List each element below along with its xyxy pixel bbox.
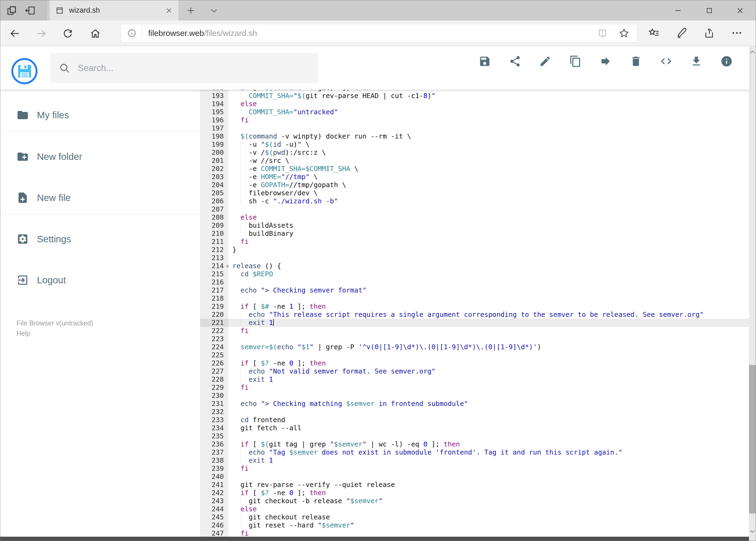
app-logo[interactable]	[11, 58, 38, 84]
new-tab-button[interactable]	[183, 2, 199, 19]
code-line[interactable]: 247 fi	[200, 529, 750, 537]
code-line[interactable]: 229 fi	[200, 383, 750, 392]
code-line[interactable]: 214▾release () {	[200, 262, 750, 270]
window-maximize-button[interactable]	[697, 0, 722, 21]
code-line[interactable]: 200 -v /$(pwd):/src:z \	[200, 149, 750, 157]
code-line[interactable]: 195 COMMIT_SHA="untracked"	[200, 108, 750, 116]
code-line[interactable]: 206 sh -c "./wizard.sh -b"	[200, 197, 750, 205]
tab-preview-button[interactable]	[6, 5, 18, 16]
code-line[interactable]: 223	[200, 335, 750, 343]
back-button[interactable]	[8, 27, 21, 40]
code-line[interactable]: 234 git fetch --all	[200, 424, 750, 432]
save-button[interactable]	[479, 55, 491, 68]
edit-button[interactable]	[539, 55, 551, 68]
code-line[interactable]: 212}	[200, 246, 750, 254]
code-line[interactable]: 208 else	[200, 214, 750, 222]
code-line[interactable]: 197	[200, 124, 750, 132]
sidebar-item-new-file[interactable]: New file	[0, 183, 200, 213]
code-line[interactable]: 231 echo "> Checking matching $semver in…	[200, 400, 750, 408]
code-line[interactable]: 245 git checkout release	[200, 513, 750, 521]
sidebar-item-settings[interactable]: Settings	[0, 224, 200, 254]
code-line[interactable]: 210 buildBinary	[200, 230, 750, 238]
refresh-button[interactable]	[61, 27, 74, 40]
delete-button[interactable]	[630, 55, 642, 68]
code-line[interactable]: 243 git checkout -b release "$semver"	[200, 497, 750, 505]
set-aside-tabs-button[interactable]	[25, 5, 36, 16]
code-line[interactable]: 222 fi	[200, 327, 750, 335]
sidebar-item-logout[interactable]: Logout	[0, 265, 200, 295]
scroll-up-icon[interactable]	[749, 49, 756, 55]
code-line[interactable]: 230	[200, 392, 750, 400]
code-line[interactable]: 204 -e GOPATH=//tmp/gopath \	[200, 181, 750, 189]
info-button[interactable]	[720, 55, 733, 68]
code-line[interactable]: 219 if [ $# -ne 1 ]; then	[200, 302, 750, 310]
code-line[interactable]: 203 -e HOME="//tmp" \	[200, 173, 750, 181]
window-minimize-button[interactable]	[665, 0, 691, 21]
copy-button[interactable]	[569, 55, 582, 68]
forward-button[interactable]	[35, 27, 48, 40]
code-line[interactable]: 232	[200, 408, 750, 416]
code-line[interactable]: 238 exit 1	[200, 456, 750, 465]
code-line[interactable]: 227 echo "Not valid semver format. See s…	[200, 367, 750, 375]
code-line[interactable]: 244 else	[200, 505, 750, 513]
code-line[interactable]: 217 echo "> Checking semver format"	[200, 286, 750, 294]
code-line[interactable]: 242 if [ $? -ne 0 ]; then	[200, 489, 750, 497]
browser-tab[interactable]: wizard.sh	[50, 0, 178, 21]
favorite-star-button[interactable]	[619, 28, 630, 39]
code-line[interactable]: 211 fi	[200, 238, 750, 246]
code-line[interactable]: 241 git rev-parse --verify --quiet relea…	[200, 481, 750, 489]
code-line[interactable]: 236 if [ $(git tag | grep "$semver" | wc…	[200, 440, 750, 448]
scroll-down-icon[interactable]	[749, 528, 756, 535]
reading-view-button[interactable]	[597, 28, 608, 39]
code-line[interactable]: 220 echo "This release script requires a…	[200, 310, 750, 319]
tab-list-dropdown-button[interactable]	[206, 2, 222, 19]
page-info-icon[interactable]	[127, 28, 136, 38]
address-bar[interactable]: filebrowser.web/files/wizard.sh	[121, 24, 637, 42]
hub-favorites-button[interactable]	[648, 27, 660, 39]
code-line[interactable]: 233 cd frontend	[200, 416, 750, 424]
code-line[interactable]: 201 -w //src \	[200, 157, 750, 165]
search-box[interactable]	[51, 53, 318, 83]
code-editor[interactable]: 192 if [ "$(command -v git)" ]; then193 …	[200, 90, 750, 537]
more-options-button[interactable]	[731, 27, 743, 39]
horizontal-scrollbar-thumb[interactable]	[0, 537, 750, 541]
search-input[interactable]	[77, 63, 318, 74]
code-line[interactable]: 224 semver=$(echo "$1" | grep -P '^v(0|[…	[200, 343, 750, 351]
sidebar-item-new-folder[interactable]: New folder	[0, 142, 200, 172]
web-note-button[interactable]	[676, 27, 688, 39]
code-line[interactable]: 216	[200, 278, 750, 286]
code-line[interactable]: 215 cd $REPO	[200, 270, 750, 278]
code-line[interactable]: 205 filebrowser/dev \	[200, 189, 750, 197]
raw-code-button[interactable]	[660, 55, 672, 68]
code-line[interactable]: 196 fi	[200, 116, 750, 124]
code-line[interactable]: 226 if [ $? -ne 0 ]; then	[200, 359, 750, 367]
share-page-button[interactable]	[703, 27, 715, 39]
code-line[interactable]: 237 echo "Tag $semver does not exist in …	[200, 448, 750, 456]
code-line[interactable]: 228 exit 1	[200, 375, 750, 383]
code-line[interactable]: 192 if [ "$(command -v git)" ]; then	[200, 90, 750, 92]
download-button[interactable]	[690, 55, 702, 68]
code-line[interactable]: 221 exit 1	[200, 319, 750, 327]
move-button[interactable]	[600, 55, 612, 68]
code-line[interactable]: 218	[200, 294, 750, 302]
code-line[interactable]: 207	[200, 205, 750, 214]
share-button[interactable]	[509, 55, 521, 68]
tab-close-button[interactable]	[165, 7, 172, 14]
home-button[interactable]	[89, 27, 102, 40]
code-line[interactable]: 193 COMMIT_SHA="$(git rev-parse HEAD | c…	[200, 92, 750, 100]
code-line[interactable]: 240	[200, 473, 750, 481]
code-line[interactable]: 235	[200, 432, 750, 440]
vertical-scrollbar[interactable]	[749, 46, 756, 537]
code-line[interactable]: 225	[200, 351, 750, 359]
help-link[interactable]: Help	[16, 328, 200, 338]
code-line[interactable]: 202 -e COMMIT_SHA=$COMMIT_SHA \	[200, 165, 750, 173]
sidebar-item-my-files[interactable]: My files	[0, 100, 200, 130]
code-line[interactable]: 194 else	[200, 100, 750, 108]
code-line[interactable]: 246 git reset --hard "$semver"	[200, 521, 750, 529]
code-line[interactable]: 209 buildAssets	[200, 222, 750, 230]
code-line[interactable]: 199 -u "$(id -u)" \	[200, 141, 750, 149]
code-line[interactable]: 239 fi	[200, 465, 750, 473]
code-line[interactable]: 213	[200, 254, 750, 262]
vertical-scrollbar-thumb[interactable]	[749, 365, 756, 513]
window-close-button[interactable]	[727, 0, 753, 21]
